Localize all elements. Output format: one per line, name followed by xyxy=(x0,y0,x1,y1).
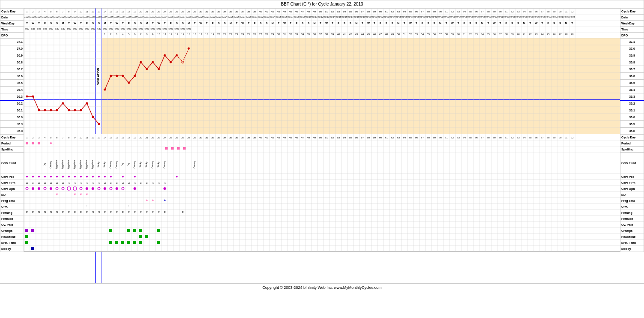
svg-text:11: 11 xyxy=(86,10,89,13)
svg-text:5:35: 5:35 xyxy=(31,27,36,30)
date-right: Date xyxy=(620,15,644,21)
svg-text:S: S xyxy=(392,22,393,24)
svg-text:47: 47 xyxy=(379,33,382,36)
svg-text:S: S xyxy=(182,22,184,24)
svg-text:Creamy: Creamy xyxy=(163,161,166,168)
svg-text:W: W xyxy=(74,22,76,24)
svg-text:78: 78 xyxy=(565,33,568,36)
svg-text:52: 52 xyxy=(409,33,412,36)
svg-text:M: M xyxy=(272,22,274,24)
svg-text:S: S xyxy=(260,22,261,24)
svg-text:40: 40 xyxy=(259,10,262,13)
svg-text:F: F xyxy=(463,22,465,24)
svg-rect-77 xyxy=(24,240,620,246)
cerv-firm-right: Cerv Firm xyxy=(620,180,644,186)
svg-text:03/07: 03/07 xyxy=(288,15,294,18)
svg-text:43: 43 xyxy=(277,10,280,13)
svg-text:F: F xyxy=(421,22,423,24)
svg-text:F: F xyxy=(547,22,549,24)
temp-366-label: 36.6 xyxy=(0,73,24,80)
svg-text:81: 81 xyxy=(505,136,508,139)
svg-text:26: 26 xyxy=(175,136,178,139)
temp-364-right: 36.4 xyxy=(620,87,644,93)
svg-text:03/15: 03/15 xyxy=(335,15,341,18)
svg-point-35 xyxy=(32,96,34,98)
svg-text:65: 65 xyxy=(409,136,412,139)
svg-text:02/15: 02/15 xyxy=(168,15,174,18)
svg-text:04/07: 04/07 xyxy=(473,15,479,18)
svg-text:6:00: 6:00 xyxy=(163,27,167,30)
svg-rect-71 xyxy=(24,204,620,210)
svg-text:M: M xyxy=(62,182,64,185)
temp-371-right: 37.1 xyxy=(620,39,644,45)
svg-text:T: T xyxy=(110,22,112,24)
svg-text:04/17: 04/17 xyxy=(533,15,539,18)
temp-363-right: 36.3 xyxy=(620,93,644,100)
svg-text:N: N xyxy=(92,211,94,213)
svg-text:S: S xyxy=(433,22,435,24)
svg-rect-230 xyxy=(109,229,112,232)
svg-text:6:30: 6:30 xyxy=(55,27,59,30)
svg-text:T: T xyxy=(362,22,363,24)
svg-text:80: 80 xyxy=(499,10,502,13)
svg-text:18: 18 xyxy=(128,10,131,13)
svg-point-139 xyxy=(98,176,100,177)
svg-rect-244 xyxy=(139,241,142,244)
svg-text:53: 53 xyxy=(415,33,418,36)
svg-text:02/16: 02/16 xyxy=(174,15,180,18)
svg-text:36: 36 xyxy=(235,10,238,13)
svg-text:04/04: 04/04 xyxy=(455,15,461,18)
svg-text:37: 37 xyxy=(241,136,244,139)
svg-text:61: 61 xyxy=(385,136,388,139)
svg-text:60: 60 xyxy=(379,10,382,13)
svg-text:69: 69 xyxy=(433,10,436,13)
svg-text:S: S xyxy=(86,182,88,185)
svg-text:M: M xyxy=(188,22,190,24)
svg-text:S: S xyxy=(266,22,267,24)
svg-point-97 xyxy=(32,142,34,144)
svg-text:02/28: 02/28 xyxy=(246,15,252,18)
svg-text:79: 79 xyxy=(493,136,496,139)
svg-text:S: S xyxy=(302,22,303,24)
svg-text:14: 14 xyxy=(181,33,184,36)
svg-text:50: 50 xyxy=(397,33,400,36)
svg-text:55: 55 xyxy=(349,10,352,13)
chart-area: Cycle Day Date WeekDay Time DPO 37.1 37.… xyxy=(0,8,644,283)
svg-text:T: T xyxy=(404,22,405,24)
svg-text:02/23: 02/23 xyxy=(216,15,222,18)
svg-text:6:00: 6:00 xyxy=(175,27,179,30)
svg-text:74: 74 xyxy=(463,10,466,13)
svg-text:P: P xyxy=(116,211,118,213)
svg-point-48 xyxy=(110,75,112,77)
svg-text:T: T xyxy=(529,22,531,24)
svg-text:M: M xyxy=(565,22,567,24)
svg-text:33: 33 xyxy=(217,136,220,139)
svg-point-38 xyxy=(50,109,52,111)
svg-rect-72 xyxy=(24,210,620,216)
svg-text:28: 28 xyxy=(265,33,268,36)
svg-text:M: M xyxy=(50,182,52,185)
svg-text:02/17: 02/17 xyxy=(180,15,186,18)
svg-text:M: M xyxy=(146,22,148,24)
svg-text:03/25: 03/25 xyxy=(395,15,401,18)
svg-text:12: 12 xyxy=(92,136,95,139)
svg-text:Creamy: Creamy xyxy=(49,161,52,168)
svg-text:56: 56 xyxy=(355,10,358,13)
svg-text:25: 25 xyxy=(169,136,172,139)
svg-point-184 xyxy=(116,187,118,190)
svg-text:75: 75 xyxy=(469,10,472,13)
svg-text:Sticky: Sticky xyxy=(103,162,106,168)
svg-point-47 xyxy=(104,89,106,91)
svg-text:34: 34 xyxy=(301,33,304,36)
svg-text:S: S xyxy=(517,22,519,24)
svg-rect-63 xyxy=(24,140,620,146)
svg-rect-228 xyxy=(25,229,28,232)
brst-tend-right: Brst. Tend xyxy=(620,240,644,246)
svg-text:S: S xyxy=(553,22,555,24)
svg-text:20: 20 xyxy=(217,33,220,36)
svg-text:Eggwhite: Eggwhite xyxy=(85,160,88,169)
svg-text:M: M xyxy=(398,22,400,24)
temp-368-label: 36.8 xyxy=(0,59,24,66)
svg-text:60: 60 xyxy=(457,33,460,36)
svg-text:54: 54 xyxy=(343,10,346,13)
